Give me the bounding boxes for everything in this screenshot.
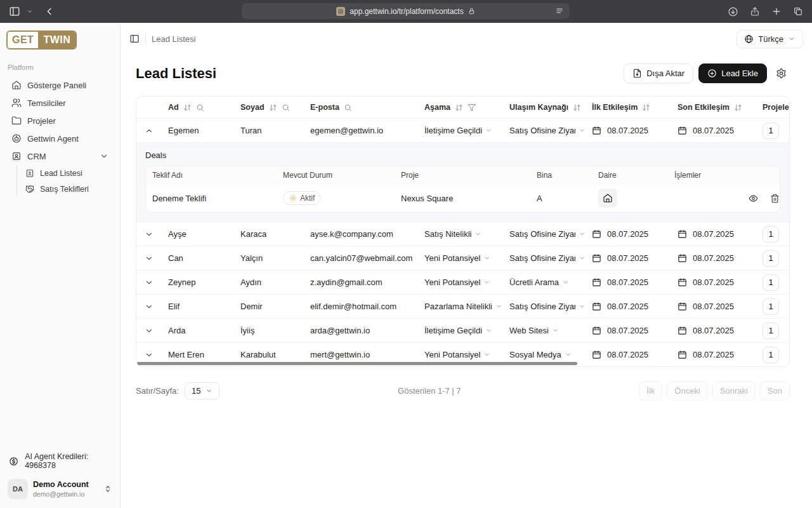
sidebar-item-lead-listesi[interactable]: Lead Listesi (23, 165, 114, 181)
unit-button[interactable] (598, 189, 617, 208)
source-select[interactable]: Satış Ofisine Ziyaret (503, 302, 586, 311)
account-switcher[interactable]: DA Demo Account demo@gettwin.io (6, 474, 114, 502)
stage-value: Satış Nitelikli (424, 229, 471, 239)
sidebar-item-satis-teklifleri[interactable]: Satış Teklifleri (23, 181, 114, 197)
language-selector[interactable]: Türkçe (737, 30, 803, 48)
sort-icon[interactable] (573, 104, 581, 112)
source-select[interactable]: Sosyal Medya (503, 350, 586, 359)
source-select[interactable]: Ücretli Arama (503, 277, 586, 287)
stage-select[interactable]: İletişime Geçildi (418, 326, 503, 335)
status-badge: Aktif (283, 191, 321, 205)
sort-glyph (573, 104, 581, 112)
pagination-first-button[interactable]: İlk (639, 381, 662, 401)
calendar-icon (592, 229, 601, 239)
column-header-projects: Projeler (756, 103, 789, 112)
calendar-icon (678, 126, 687, 135)
projects-count-badge[interactable]: 1 (763, 298, 779, 315)
stage-select[interactable]: İletişime Geçildi (418, 126, 503, 135)
share-icon[interactable] (750, 6, 760, 17)
expand-row-button[interactable] (136, 254, 162, 263)
chevron-down-icon[interactable] (27, 8, 33, 15)
projects-count-badge[interactable]: 1 (763, 123, 779, 139)
tab-overview-icon[interactable] (793, 6, 803, 17)
expand-row-button[interactable] (136, 278, 162, 287)
projects-count-badge[interactable]: 1 (763, 347, 779, 363)
sort-icon[interactable] (183, 104, 192, 112)
stage-select[interactable]: Satış Nitelikli (418, 229, 503, 239)
chevron-down-icon (206, 387, 213, 394)
deals-table: Teklif AdıMevcut DurumProjeBinaDaireİşle… (145, 166, 780, 213)
expand-row-button[interactable] (136, 351, 162, 359)
source-select[interactable]: Satış Ofisine Ziyaret (503, 229, 586, 239)
address-bar[interactable]: app.gettwin.io/tr/platform/contacts (242, 3, 570, 19)
source-select[interactable]: Satış Ofisine Ziyaret (503, 126, 586, 135)
sort-icon[interactable] (734, 104, 742, 112)
stage-value: Yeni Potansiyel (424, 350, 480, 359)
lock-icon (468, 8, 475, 15)
horizontal-scrollbar[interactable] (136, 362, 577, 365)
new-tab-icon[interactable] (771, 6, 782, 17)
showing-info: Gösterilen 1-7 | 7 (219, 386, 639, 396)
eye-icon (749, 194, 758, 203)
last-name-cell: Karaca (234, 229, 304, 239)
stage-select[interactable]: Yeni Potansiyel (418, 350, 503, 359)
sidebar-item-projeler[interactable]: Projeler (6, 112, 114, 130)
column-header-last-interaction: Son Etkileşim (671, 103, 756, 112)
search-icon[interactable] (196, 104, 204, 112)
delete-deal-button[interactable] (770, 194, 780, 203)
sidebar-item-gosterge-paneli[interactable]: Gösterge Paneli (6, 76, 114, 94)
sort-icon[interactable] (269, 104, 277, 112)
sort-icon[interactable] (455, 104, 463, 112)
view-deal-button[interactable] (749, 194, 758, 203)
stage-select[interactable]: Yeni Potansiyel (418, 253, 503, 263)
projects-count-badge[interactable]: 1 (763, 274, 779, 291)
filter-icon[interactable] (468, 104, 476, 112)
ai-credits: AI Agent Kredileri: 4968378 (6, 448, 114, 474)
source-value: Sosyal Medya (509, 350, 561, 359)
export-button[interactable]: Dışa Aktar (624, 64, 693, 83)
stage-select[interactable]: Pazarlama Nitelikli (418, 302, 503, 311)
language-label: Türkçe (758, 34, 783, 44)
back-icon[interactable] (44, 6, 55, 17)
search-icon[interactable] (282, 104, 290, 112)
projects-count-badge[interactable]: 1 (763, 250, 779, 267)
browser-sidebar-toggle-icon[interactable] (9, 6, 20, 17)
table-settings-button[interactable] (772, 65, 790, 83)
calendar-icon (592, 302, 601, 311)
column-label: Ad (168, 103, 179, 112)
pagination-next-button[interactable]: Sonraki (712, 381, 756, 401)
first-interaction-cell: 08.07.2025 (586, 126, 671, 135)
logo-get: GET (8, 32, 38, 48)
projects-count-badge[interactable]: 1 (763, 226, 779, 243)
projects-cell: 1 (756, 323, 789, 339)
sidebar-collapse-icon[interactable] (129, 34, 140, 44)
deals-column-header: Proje (395, 171, 530, 180)
deal-row: Deneme TeklifiAktifNexus SquareA (146, 184, 780, 212)
search-icon[interactable] (344, 104, 352, 112)
sidebar-item-crm[interactable]: CRM (6, 147, 114, 165)
collapse-row-button[interactable] (136, 126, 162, 135)
projects-count-badge[interactable]: 1 (763, 323, 779, 339)
reader-icon[interactable] (555, 6, 564, 15)
sidebar-section-label: Platform (8, 64, 114, 71)
sort-icon[interactable] (642, 104, 650, 112)
expand-row-button[interactable] (136, 230, 162, 239)
source-select[interactable]: Satış Ofisine Ziyaret (503, 253, 586, 263)
sidebar: GET TWIN Platform Gösterge PaneliTemsilc… (0, 23, 121, 508)
sidebar-item-temsilciler[interactable]: Temsilciler (6, 94, 114, 112)
pagination-prev-button[interactable]: Önceki (667, 381, 707, 401)
pagination: Satır/Sayfa: 15 Gösterilen 1-7 | 7 İlkÖn… (136, 381, 790, 401)
gettwin-logo[interactable]: GET TWIN (6, 30, 77, 50)
search-glyph (196, 104, 204, 112)
deals-column-header: Mevcut Durum (277, 171, 395, 180)
sidebar-item-gettwin-agent[interactable]: Gettwin Agent (6, 130, 114, 147)
stage-select[interactable]: Yeni Potansiyel (418, 277, 503, 287)
expand-row-button[interactable] (136, 302, 162, 311)
last-name-cell: İyiiş (234, 326, 304, 335)
expand-row-button[interactable] (136, 326, 162, 335)
pagination-last-button[interactable]: Son (760, 381, 790, 401)
downloads-icon[interactable] (728, 6, 738, 17)
rows-per-page-select[interactable]: 15 (185, 382, 219, 399)
source-select[interactable]: Web Sitesi (503, 326, 586, 335)
add-lead-button[interactable]: Lead Ekle (698, 64, 767, 83)
